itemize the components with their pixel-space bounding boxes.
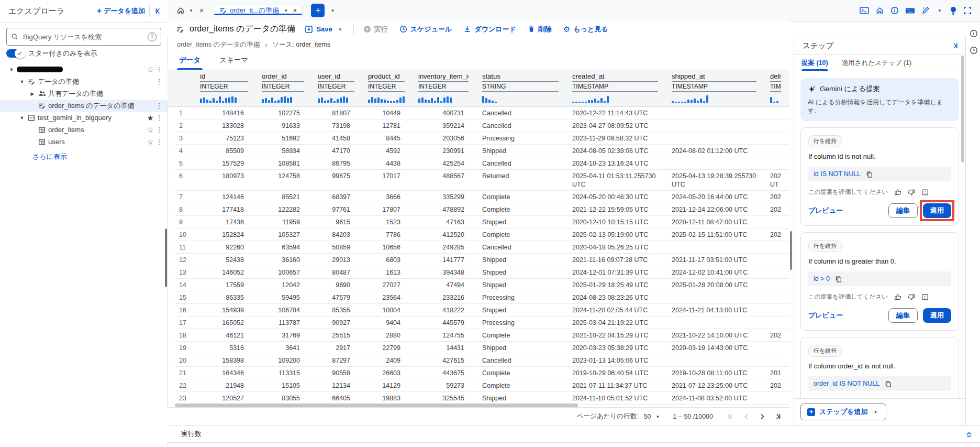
collapse-explorer-icon[interactable] — [154, 7, 162, 15]
expand-arrow-icon[interactable]: ▼ — [7, 67, 16, 72]
tab-order-items-preparation[interactable]: order_it...の準備 ▾ × — [214, 6, 303, 15]
download-button[interactable]: ダウンロード — [463, 25, 516, 34]
lightbulb-icon[interactable] — [950, 6, 957, 15]
rows-per-page-select[interactable]: 50 ▾ — [644, 413, 662, 420]
new-tab-button[interactable]: + — [311, 4, 325, 17]
search-input[interactable] — [22, 32, 144, 41]
add-data-button[interactable]: +データを追加 — [97, 6, 145, 16]
next-page-icon[interactable] — [758, 412, 766, 421]
column-histogram-inventory_item_id[interactable] — [412, 92, 476, 104]
thumbs-down-icon[interactable] — [908, 293, 915, 301]
column-histogram-status[interactable] — [476, 92, 566, 104]
tab-suggestions[interactable]: 提案 (10) — [801, 55, 828, 71]
preview-button[interactable]: プレビュー — [808, 311, 843, 320]
cloud-shell-icon[interactable] — [860, 6, 869, 15]
sidebar-item-dataset-test-gemini-in-bigquery[interactable]: ▼test_gemini_in_bigquery★⋮ — [0, 112, 168, 124]
tab-schema[interactable]: スキーマ — [217, 52, 250, 70]
breadcrumb-item[interactable]: order_items のデータの準備 — [177, 40, 260, 49]
schedule-button[interactable]: スケジュール — [399, 25, 452, 34]
steps-panel-scrollbar[interactable] — [961, 56, 964, 162]
thumbs-down-icon[interactable] — [908, 189, 915, 196]
first-page-icon[interactable] — [727, 412, 735, 421]
collapse-panel-icon[interactable] — [965, 430, 973, 438]
column-header-shipped_at[interactable]: shipped_at — [665, 70, 764, 82]
star-icon[interactable]: ★ — [146, 114, 155, 122]
add-step-button[interactable]: + ステップを追加 ▾ — [800, 404, 886, 420]
collapsed-arrow-icon[interactable]: ▶ — [28, 91, 37, 96]
column-header-product_id[interactable]: product_id — [362, 70, 412, 82]
copy-icon[interactable] — [885, 380, 892, 387]
column-header-inventory_item_id[interactable]: inventory_item_id — [412, 70, 476, 82]
table-scrollbar[interactable] — [790, 231, 792, 270]
gemini-pen-icon[interactable] — [921, 6, 930, 15]
bigquery-resource-search[interactable]: ? — [6, 28, 161, 46]
kebab-menu-icon[interactable]: ⋮ — [155, 78, 163, 85]
fullscreen-icon[interactable] — [963, 6, 972, 15]
sidebar-item-order-items-data-preparation[interactable]: order_items のデータの準備⋮ — [0, 100, 168, 112]
info-icon[interactable] — [890, 6, 899, 15]
kebab-menu-icon[interactable]: ⋮ — [155, 66, 163, 73]
star-icon[interactable]: ☆ — [146, 138, 155, 146]
apply-button[interactable]: 適用 — [923, 203, 951, 218]
copy-icon[interactable] — [866, 171, 873, 178]
sidebar-item-data-preparation[interactable]: ▼データの準備⋮ — [0, 75, 168, 88]
sidebar-item-shared-data-preparation[interactable]: ▶共有データの準備 — [0, 88, 168, 100]
sidebar-item-table-order-items[interactable]: order_items☆⋮ — [0, 124, 168, 136]
more-button[interactable]: ⚙ もっと見る — [563, 25, 608, 34]
home-tab-close-icon[interactable]: × — [196, 4, 207, 17]
home-tab-caret-icon[interactable]: ▾ — [187, 8, 195, 13]
star-icon[interactable]: ☆ — [146, 66, 155, 74]
horizontal-scrollbar[interactable] — [175, 404, 578, 407]
column-histogram-order_id[interactable] — [255, 92, 311, 104]
keyboard-icon[interactable] — [905, 7, 915, 15]
column-histogram-user_id[interactable] — [311, 92, 362, 104]
gemini-pen-caret-icon[interactable]: ▾ — [936, 8, 943, 13]
expand-arrow-icon[interactable]: ▼ — [18, 115, 26, 121]
thumbs-up-icon[interactable] — [894, 189, 901, 196]
home-icon[interactable] — [875, 6, 884, 15]
copy-icon[interactable] — [835, 276, 842, 282]
column-histogram-shipped_at[interactable] — [665, 92, 764, 104]
run-button[interactable]: 実行 — [363, 25, 388, 34]
sidebar-item-project[interactable]: ▼☆⋮ — [0, 63, 168, 75]
kebab-menu-icon[interactable]: ⋮ — [155, 126, 163, 134]
search-help-icon[interactable]: ? — [148, 32, 157, 41]
apply-button[interactable]: 適用 — [923, 308, 951, 323]
edit-button[interactable]: 編集 — [888, 308, 918, 323]
collapse-steps-panel-icon[interactable] — [951, 42, 959, 50]
column-histogram-id[interactable] — [194, 92, 255, 104]
delete-button[interactable]: 削除 — [528, 25, 552, 34]
expand-arrow-icon[interactable]: ▼ — [18, 79, 26, 84]
column-header-status[interactable]: status — [476, 70, 566, 82]
column-header-order_id[interactable]: order_id — [255, 70, 311, 82]
column-header-delivered_at[interactable]: delivered_at — [764, 70, 788, 82]
side-panel-info-icon[interactable] — [970, 29, 978, 38]
column-histogram-created_at[interactable] — [566, 92, 665, 104]
tab-applied-steps[interactable]: 適用されたステップ (1) — [842, 55, 911, 71]
home-tab-icon[interactable] — [175, 4, 186, 17]
tab-data[interactable]: データ — [177, 52, 203, 70]
side-panel-history-icon[interactable] — [970, 46, 978, 54]
sidebar-item-table-users[interactable]: users☆⋮ — [0, 136, 168, 148]
last-page-icon[interactable] — [774, 412, 782, 421]
feedback-icon[interactable] — [921, 293, 929, 301]
preview-button[interactable]: プレビュー — [808, 206, 843, 215]
kebab-menu-icon[interactable]: ⋮ — [155, 114, 163, 122]
kebab-menu-icon[interactable]: ⋮ — [155, 138, 163, 146]
previous-page-icon[interactable] — [742, 412, 751, 421]
explorer-scrollbar[interactable] — [165, 228, 167, 287]
feedback-icon[interactable] — [921, 189, 929, 196]
starred-only-toggle[interactable]: ✓ — [6, 49, 24, 58]
edit-button[interactable]: 編集 — [888, 203, 918, 218]
show-more-link[interactable]: さらに表示 — [32, 152, 168, 161]
new-tab-caret-icon[interactable]: ▾ — [329, 8, 336, 13]
save-caret-icon[interactable]: ▾ — [337, 27, 344, 32]
kebab-menu-icon[interactable]: ⋮ — [155, 102, 163, 110]
star-icon[interactable]: ☆ — [146, 126, 155, 134]
column-header-created_at[interactable]: created_at — [566, 70, 665, 82]
tab-caret-icon[interactable]: ▾ — [282, 8, 289, 13]
thumbs-up-icon[interactable] — [894, 293, 901, 301]
column-header-user_id[interactable]: user_id — [311, 70, 362, 82]
column-histogram-delivered_at[interactable] — [764, 92, 788, 104]
column-histogram-product_id[interactable] — [362, 92, 412, 104]
